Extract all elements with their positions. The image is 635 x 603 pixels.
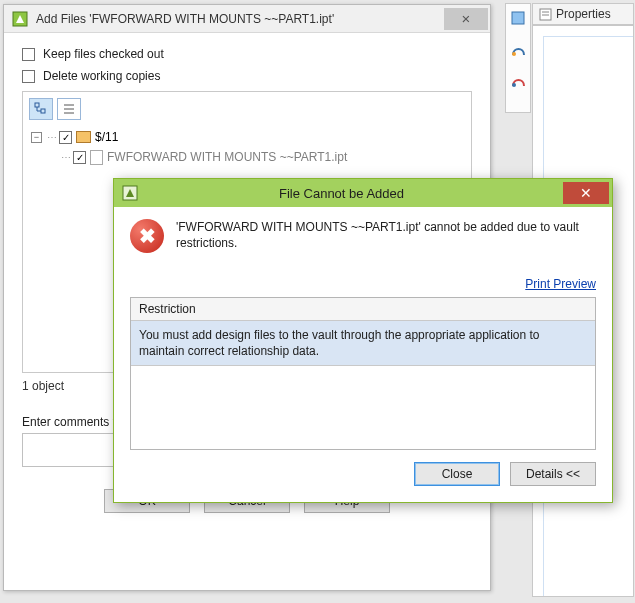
tree-child-label: FWFORWARD WITH MOUNTS ~~PART1.ipt: [107, 150, 347, 164]
side-toolbar: [505, 3, 531, 113]
svg-point-7: [512, 52, 516, 56]
svg-point-8: [512, 83, 516, 87]
delete-working-label: Delete working copies: [43, 69, 160, 83]
restriction-header: Restriction: [131, 298, 595, 321]
tool-icon-3[interactable]: [510, 72, 527, 89]
delete-working-checkbox[interactable]: [22, 70, 35, 83]
keep-checked-out-checkbox[interactable]: [22, 48, 35, 61]
keep-checked-out-row[interactable]: Keep files checked out: [22, 47, 472, 61]
svg-rect-1: [35, 103, 39, 107]
vault-app-icon: [10, 9, 30, 29]
properties-icon: [539, 8, 552, 21]
tool-icon-2[interactable]: [510, 41, 527, 58]
add-files-title: Add Files 'FWFORWARD WITH MOUNTS ~~PART1…: [36, 12, 444, 26]
close-button[interactable]: Close: [414, 462, 500, 486]
add-files-close-button[interactable]: ×: [444, 8, 488, 30]
properties-tab[interactable]: Properties: [532, 3, 634, 25]
tree-child-row[interactable]: ⋯ ✓ FWFORWARD WITH MOUNTS ~~PART1.ipt: [29, 148, 465, 166]
svg-rect-6: [512, 12, 524, 24]
error-title: File Cannot be Added: [120, 186, 563, 201]
tree-icon: [34, 102, 48, 116]
tree-connector-icon: ⋯: [47, 132, 57, 143]
folder-icon: [76, 131, 91, 143]
properties-tab-label: Properties: [556, 7, 611, 21]
tree-root-label: $/11: [95, 130, 118, 144]
details-button[interactable]: Details <<: [510, 462, 596, 486]
list-icon: [62, 102, 76, 116]
restriction-row[interactable]: You must add design files to the vault t…: [131, 321, 595, 366]
error-close-button[interactable]: ✕: [563, 182, 609, 204]
restriction-table: Restriction You must add design files to…: [130, 297, 596, 450]
tree-root-row[interactable]: − ⋯ ✓ $/11: [29, 128, 465, 146]
tree-child-checkbox[interactable]: ✓: [73, 151, 86, 164]
error-icon: ✖: [130, 219, 164, 253]
list-view-button[interactable]: [57, 98, 81, 120]
add-files-titlebar: Add Files 'FWFORWARD WITH MOUNTS ~~PART1…: [4, 5, 490, 33]
tree-collapse-toggle[interactable]: −: [31, 132, 42, 143]
keep-checked-out-label: Keep files checked out: [43, 47, 164, 61]
tree-root-checkbox[interactable]: ✓: [59, 131, 72, 144]
file-icon: [90, 150, 103, 165]
print-preview-link[interactable]: Print Preview: [525, 277, 596, 291]
error-titlebar: File Cannot be Added ✕: [114, 179, 612, 207]
svg-rect-2: [41, 109, 45, 113]
delete-working-row[interactable]: Delete working copies: [22, 69, 472, 83]
error-message: 'FWFORWARD WITH MOUNTS ~~PART1.ipt' cann…: [176, 219, 596, 251]
tree-view-button[interactable]: [29, 98, 53, 120]
tree-connector-icon: ⋯: [61, 152, 71, 163]
tool-icon-1[interactable]: [510, 10, 527, 27]
error-dialog: File Cannot be Added ✕ ✖ 'FWFORWARD WITH…: [113, 178, 613, 503]
